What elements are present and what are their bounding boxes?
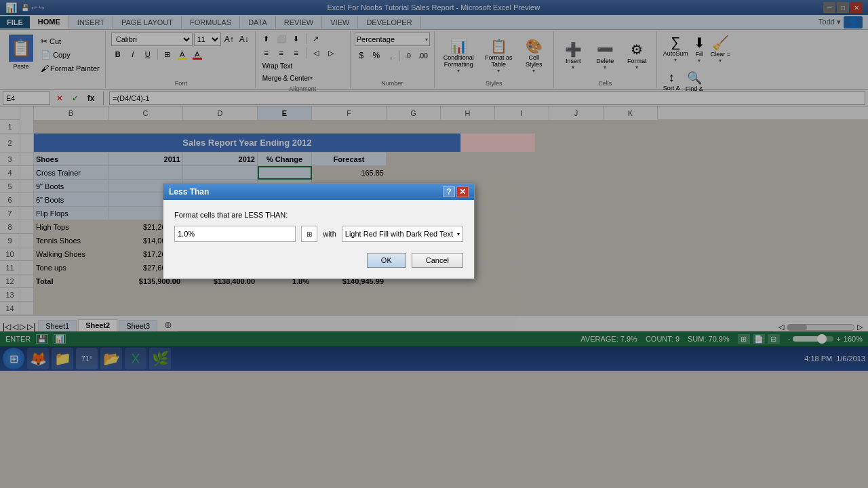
dialog-content: Format cells that are LESS THAN: ⊞ with …	[163, 200, 474, 279]
dialog-title-controls: ? ✕	[443, 186, 469, 197]
dialog-cancel-button[interactable]: Cancel	[412, 253, 463, 268]
less-than-dialog: Less Than ? ✕ Format cells that are LESS…	[163, 183, 475, 279]
dialog-value-input[interactable]	[174, 226, 296, 242]
dialog-close-button[interactable]: ✕	[456, 186, 469, 197]
dialog-overlay: Less Than ? ✕ Format cells that are LESS…	[0, 0, 868, 488]
dialog-format-arrow: ▾	[457, 231, 460, 237]
dialog-title-bar: Less Than ? ✕	[163, 184, 474, 200]
dialog-title: Less Than	[169, 187, 209, 197]
dialog-buttons: OK Cancel	[174, 253, 463, 268]
dialog-instruction-label: Format cells that are LESS THAN:	[174, 211, 463, 219]
dialog-format-dropdown[interactable]: Light Red Fill with Dark Red Text ▾	[342, 226, 463, 242]
dialog-input-row: ⊞ with Light Red Fill with Dark Red Text…	[174, 226, 463, 242]
dialog-ref-button[interactable]: ⊞	[301, 226, 317, 242]
dialog-with-label: with	[323, 230, 336, 238]
dialog-help-button[interactable]: ?	[443, 186, 455, 197]
dialog-format-label: Light Red Fill with Dark Red Text	[345, 230, 457, 238]
dialog-ok-button[interactable]: OK	[367, 253, 406, 268]
